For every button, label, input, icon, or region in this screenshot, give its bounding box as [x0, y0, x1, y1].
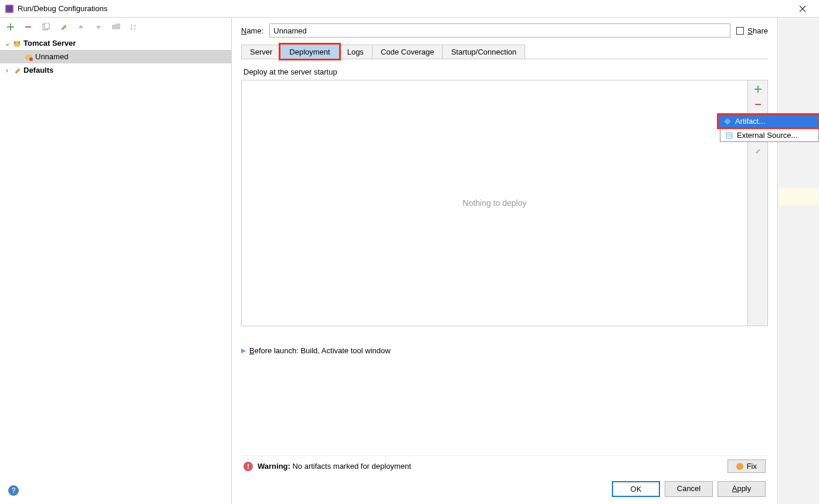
fix-button[interactable]: Fix — [727, 459, 766, 473]
warning-row: ! Warning: No artifacts marked for deplo… — [241, 455, 768, 476]
ok-button[interactable]: OK — [612, 481, 660, 497]
tomcat-icon — [12, 39, 22, 48]
move-up-button[interactable] — [74, 20, 88, 34]
warning-text: Warning: No artifacts marked for deploym… — [258, 462, 411, 471]
deploy-list[interactable]: Nothing to deploy — [241, 80, 748, 326]
folder-button[interactable] — [109, 20, 123, 34]
dialog-buttons: OK Cancel Apply — [241, 476, 768, 504]
warning-icon: ! — [243, 462, 253, 471]
tab-deployment[interactable]: Deployment — [280, 45, 339, 59]
edit-templates-button[interactable] — [56, 20, 70, 34]
external-icon — [725, 131, 733, 140]
yellow-highlight-strip — [779, 188, 818, 205]
add-config-button[interactable] — [4, 20, 18, 34]
wrench-icon — [12, 66, 22, 75]
left-pane: az ⌄ Tomcat Server Unnamed › Defaults — [0, 18, 232, 504]
share-checkbox[interactable]: Share — [736, 26, 768, 35]
chevron-right-icon: › — [2, 66, 12, 75]
svg-rect-1 — [6, 6, 12, 12]
add-deploy-menu: Artifact... — [718, 114, 819, 128]
deploy-edit-button[interactable] — [750, 144, 766, 157]
svg-rect-8 — [45, 23, 49, 29]
left-toolbar: az — [0, 18, 231, 36]
artifact-icon — [723, 117, 732, 126]
tab-startup-connection[interactable]: Startup/Connection — [442, 45, 525, 59]
deploy-section-label: Deploy at the server startup — [243, 67, 768, 76]
titlebar: Run/Debug Configurations — [0, 0, 819, 18]
remove-config-button[interactable] — [21, 20, 35, 34]
move-down-button[interactable] — [92, 20, 106, 34]
deploy-add-button[interactable] — [750, 83, 766, 96]
svg-point-13 — [29, 57, 33, 61]
app-icon — [5, 4, 14, 13]
tab-server[interactable]: Server — [241, 45, 281, 59]
close-icon[interactable] — [791, 1, 814, 17]
svg-text:z: z — [134, 27, 136, 31]
apply-button[interactable]: Apply — [718, 481, 766, 497]
menu-external-source[interactable]: External Source... — [720, 129, 819, 142]
checkbox-icon — [736, 27, 744, 35]
copy-config-button[interactable] — [39, 20, 53, 34]
tab-code-coverage[interactable]: Code Coverage — [372, 45, 443, 59]
name-input[interactable] — [269, 23, 730, 38]
tree-tomcat-server[interactable]: ⌄ Tomcat Server — [0, 36, 231, 50]
tree-defaults[interactable]: › Defaults — [0, 63, 231, 77]
tab-logs[interactable]: Logs — [339, 45, 373, 59]
menu-artifact[interactable]: Artifact... — [719, 115, 818, 127]
bulb-icon — [736, 463, 743, 470]
window-title: Run/Debug Configurations — [18, 4, 791, 13]
svg-rect-18 — [726, 133, 732, 138]
background-panel — [779, 18, 819, 504]
right-pane: Name: Share Server Deployment Logs Code … — [232, 18, 777, 504]
help-button[interactable]: ? — [8, 485, 19, 496]
tomcat-local-icon — [23, 53, 34, 61]
svg-rect-17 — [724, 118, 730, 124]
chevron-down-icon: ⌄ — [2, 39, 12, 48]
before-launch-section[interactable]: ▶ Before launch: Build, Activate tool wi… — [241, 346, 768, 355]
deploy-empty-text: Nothing to deploy — [463, 198, 527, 208]
tree-unnamed[interactable]: Unnamed — [0, 50, 231, 63]
triangle-right-icon: ▶ — [241, 347, 246, 354]
sort-button[interactable]: az — [127, 20, 141, 34]
config-tabs: Server Deployment Logs Code Coverage Sta… — [241, 45, 768, 59]
deploy-remove-button[interactable] — [750, 98, 766, 111]
config-tree[interactable]: ⌄ Tomcat Server Unnamed › Defaults — [0, 36, 231, 504]
name-label: Name: — [241, 26, 263, 35]
cancel-button[interactable]: Cancel — [665, 481, 713, 497]
